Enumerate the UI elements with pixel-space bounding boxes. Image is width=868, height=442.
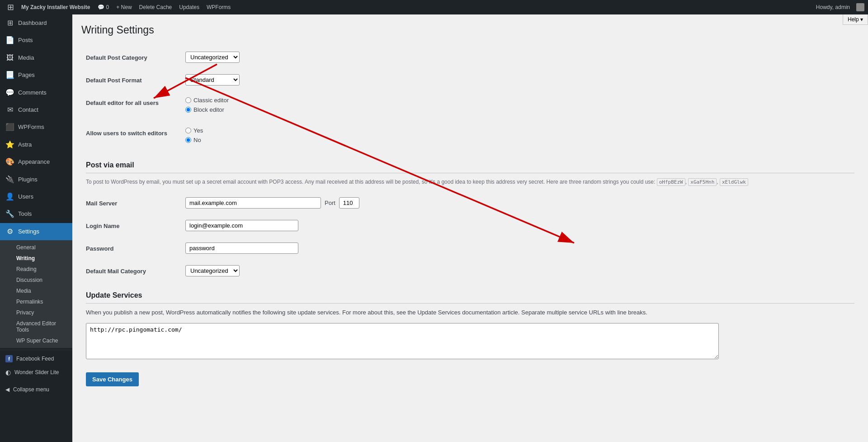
sidebar-item-appearance[interactable]: 🎨 Appearance <box>0 153 72 171</box>
delete-cache-link[interactable]: Delete Cache <box>136 4 176 10</box>
mail-server-content: Port <box>185 197 854 209</box>
code-string-1: oHfpBEzW <box>657 178 685 186</box>
sidebar-label-settings: Settings <box>18 228 39 236</box>
mail-server-input[interactable] <box>185 197 321 209</box>
comment-count: 0 <box>106 4 109 10</box>
sidebar-label-tools: Tools <box>18 210 32 218</box>
sidebar-label-users: Users <box>18 193 33 201</box>
code-string-3: xEldGlwk <box>720 178 748 186</box>
contact-icon: ✉ <box>5 105 14 115</box>
submenu-permalinks[interactable]: Permalinks <box>0 296 72 307</box>
sidebar-label-dashboard: Dashboard <box>18 19 47 27</box>
block-editor-option[interactable]: Block editor <box>185 106 854 113</box>
block-editor-radio[interactable] <box>185 107 191 113</box>
submenu-discussion[interactable]: Discussion <box>0 275 72 285</box>
switch-yes-option[interactable]: Yes <box>185 127 854 134</box>
allow-switch-row: Allow users to switch editors Yes No <box>86 122 854 152</box>
sidebar-item-astra[interactable]: ⭐ Astra <box>0 136 72 153</box>
default-editor-label: Default editor for all users <box>86 97 185 108</box>
post-via-email-desc: To post to WordPress by email, you must … <box>86 178 854 186</box>
sidebar-item-plugins[interactable]: 🔌 Plugins <box>0 171 72 188</box>
facebook-icon: f <box>5 355 13 362</box>
sidebar-item-media[interactable]: 🖼 Media <box>0 49 72 67</box>
password-row: Password <box>86 237 854 260</box>
block-editor-label: Block editor <box>193 106 224 113</box>
sidebar: ⊞ Dashboard 📄 Posts 🖼 Media 📃 Pages 💬 Co… <box>0 14 72 442</box>
sidebar-item-wonder-slider[interactable]: ◐ Wonder Slider Lite <box>0 366 72 379</box>
sidebar-item-facebook-feed[interactable]: f Facebook Feed <box>0 352 72 366</box>
collapse-menu-button[interactable]: ◀ Collapse menu <box>0 383 72 396</box>
sidebar-label-comments: Comments <box>18 89 47 97</box>
howdy-label: Howdy, admin <box>812 4 854 10</box>
update-services-link[interactable]: Update Services <box>417 309 460 316</box>
wp-logo-icon[interactable]: ⊞ <box>4 2 18 12</box>
update-services-desc-text: When you publish a new post, WordPress a… <box>86 309 416 316</box>
sidebar-label-plugins: Plugins <box>18 176 38 184</box>
new-link[interactable]: + New <box>113 4 135 10</box>
submenu-writing[interactable]: Writing <box>0 253 72 264</box>
switch-yes-radio[interactable] <box>185 128 191 133</box>
submenu-general[interactable]: General <box>0 242 72 253</box>
save-changes-button[interactable]: Save Changes <box>86 372 139 386</box>
page-title: Writing Settings <box>81 24 859 37</box>
sidebar-label-media: Media <box>18 54 34 62</box>
sidebar-item-settings[interactable]: ⚙ Settings <box>0 223 72 240</box>
wpforms-link[interactable]: WPForms <box>203 4 234 10</box>
port-label: Port <box>325 200 335 206</box>
sidebar-item-pages[interactable]: 📃 Pages <box>0 67 72 84</box>
submenu-privacy[interactable]: Privacy <box>0 307 72 318</box>
allow-switch-content: Yes No <box>185 127 854 146</box>
default-mail-category-label: Default Mail Category <box>86 265 185 276</box>
wonder-slider-icon: ◐ <box>5 369 11 376</box>
default-mail-category-content: Uncategorized <box>185 265 854 276</box>
password-label: Password <box>86 242 185 253</box>
media-icon: 🖼 <box>5 53 14 63</box>
submenu-reading[interactable]: Reading <box>0 264 72 275</box>
admin-bar: ⊞ My Zacky Installer Website 💬 0 + New D… <box>0 0 868 14</box>
mail-server-input-row: Port <box>185 197 854 209</box>
sidebar-item-comments[interactable]: 💬 Comments <box>0 84 72 101</box>
sidebar-item-dashboard[interactable]: ⊞ Dashboard <box>0 14 72 32</box>
port-input[interactable] <box>339 197 359 209</box>
writing-settings-form: Default Post Category Uncategorized Defa… <box>81 46 859 391</box>
sidebar-item-contact[interactable]: ✉ Contact <box>0 101 72 119</box>
default-mail-category-select[interactable]: Uncategorized <box>185 265 240 276</box>
code-string-2: xGaF5Hnh <box>688 178 717 186</box>
site-name[interactable]: My Zacky Installer Website <box>18 4 94 10</box>
default-post-format-select[interactable]: Standard <box>185 74 240 86</box>
default-post-category-row: Default Post Category Uncategorized <box>86 46 854 69</box>
default-post-category-select[interactable]: Uncategorized <box>185 52 240 63</box>
wpforms-sidebar-icon: ⬛ <box>5 122 14 132</box>
update-services-desc: When you publish a new post, WordPress a… <box>86 308 854 318</box>
facebook-feed-label: Facebook Feed <box>16 356 54 362</box>
allow-switch-label: Allow users to switch editors <box>86 127 185 138</box>
content-area: Writing Settings <box>81 24 859 391</box>
login-name-input[interactable] <box>185 220 298 231</box>
help-button[interactable]: Help ▾ <box>843 14 868 25</box>
sidebar-item-posts[interactable]: 📄 Posts <box>0 32 72 49</box>
sidebar-label-wpforms: WPForms <box>18 123 44 131</box>
submenu-media[interactable]: Media <box>0 285 72 296</box>
collapse-label: Collapse menu <box>13 386 49 393</box>
update-services-textarea-wrapper: http://rpc.pingomatic.com/ <box>86 323 854 361</box>
collapse-icon: ◀ <box>5 386 9 393</box>
password-input[interactable] <box>185 242 298 254</box>
switch-no-option[interactable]: No <box>185 137 854 143</box>
default-mail-category-row: Default Mail Category Uncategorized <box>86 260 854 282</box>
classic-editor-option[interactable]: Classic editor <box>185 97 854 104</box>
comments-link[interactable]: 💬 0 <box>94 4 113 10</box>
submenu-wp-super-cache[interactable]: WP Super Cache <box>0 335 72 346</box>
update-services-header: Update Services <box>86 291 854 304</box>
default-editor-content: Classic editor Block editor <box>185 97 854 116</box>
sidebar-item-wpforms[interactable]: ⬛ WPForms <box>0 119 72 136</box>
submenu-advanced-editor-tools[interactable]: Advanced Editor Tools <box>0 318 72 335</box>
update-services-textarea[interactable]: http://rpc.pingomatic.com/ <box>86 323 719 359</box>
classic-editor-radio[interactable] <box>185 97 191 103</box>
switch-no-radio[interactable] <box>185 137 191 143</box>
post-via-email-desc-text: To post to WordPress by email, you must … <box>86 179 655 185</box>
sidebar-item-tools[interactable]: 🔧 Tools <box>0 205 72 223</box>
updates-link[interactable]: Updates <box>175 4 203 10</box>
sidebar-label-appearance: Appearance <box>18 158 50 166</box>
sidebar-item-users[interactable]: 👤 Users <box>0 188 72 205</box>
main-content: Writing Settings <box>72 14 868 442</box>
